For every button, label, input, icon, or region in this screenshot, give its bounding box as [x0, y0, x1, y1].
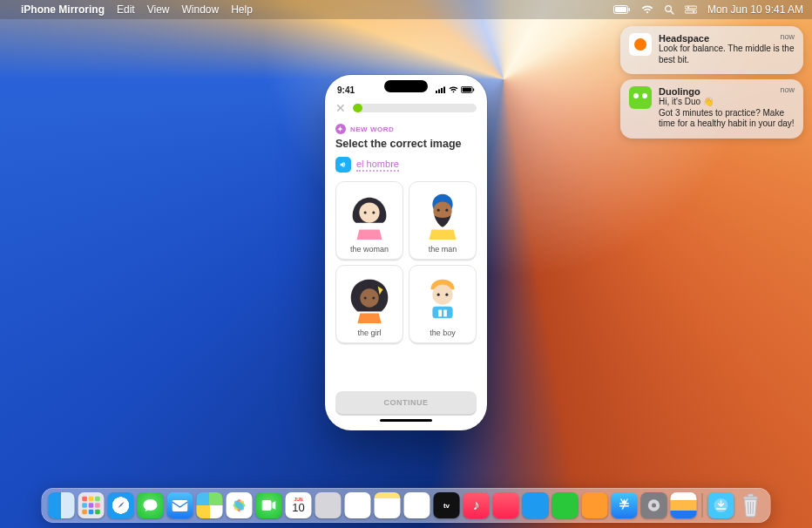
continue-button[interactable]: CONTINUE: [335, 391, 477, 414]
svg-rect-42: [173, 500, 188, 511]
svg-rect-52: [748, 494, 754, 497]
notification-stack: Headspace Look for balance. The middle i…: [620, 26, 803, 139]
svg-rect-39: [89, 510, 94, 515]
cellular-icon: [436, 86, 446, 93]
dock-launchpad[interactable]: [78, 492, 105, 518]
svg-rect-38: [82, 510, 87, 515]
dock-app-store[interactable]: [612, 492, 638, 518]
target-word[interactable]: el hombre: [356, 159, 399, 172]
dock-iphone-mirroring[interactable]: [671, 492, 697, 518]
dock-mail[interactable]: [167, 492, 193, 518]
dock-calendar[interactable]: JUN10: [286, 492, 312, 518]
dock-maps[interactable]: [197, 492, 223, 518]
dock-system-settings[interactable]: [641, 492, 667, 518]
menubar-clock[interactable]: Mon Jun 10 9:41 AM: [707, 3, 803, 16]
dock-reminders[interactable]: [345, 492, 371, 518]
man-illustration: [416, 187, 470, 241]
svg-rect-1: [615, 7, 626, 12]
spotlight-icon[interactable]: [664, 4, 674, 15]
headspace-icon: [629, 33, 652, 56]
wifi-icon: [449, 86, 458, 93]
battery-icon[interactable]: [613, 5, 631, 14]
dock-numbers[interactable]: [552, 492, 579, 518]
svg-rect-32: [82, 497, 87, 502]
dock-freeform[interactable]: [404, 492, 430, 518]
svg-point-24: [364, 296, 367, 299]
dock-safari[interactable]: [108, 492, 134, 518]
dock-contacts[interactable]: [315, 492, 342, 518]
control-center-icon[interactable]: [685, 5, 697, 14]
svg-rect-11: [441, 88, 443, 93]
dock-messages[interactable]: [138, 492, 164, 518]
choice-label: the woman: [350, 245, 389, 254]
menu-edit[interactable]: Edit: [117, 3, 135, 16]
svg-point-18: [372, 212, 375, 214]
notification-body-line2: Got 3 minutes to practice? Make time for…: [659, 108, 795, 130]
svg-rect-2: [628, 8, 630, 11]
dock-tv[interactable]: tv: [434, 492, 460, 518]
boy-illustration: [416, 271, 470, 325]
duolingo-icon: [629, 86, 652, 109]
dock-facetime[interactable]: [256, 492, 282, 518]
wifi-icon[interactable]: [641, 5, 653, 14]
svg-rect-35: [82, 503, 87, 508]
svg-point-16: [359, 202, 379, 222]
svg-rect-15: [473, 88, 474, 91]
svg-point-21: [437, 209, 440, 212]
notification-app-name: Duolingo: [659, 86, 795, 97]
svg-point-49: [652, 504, 656, 508]
notification-headspace[interactable]: Headspace Look for balance. The middle i…: [620, 26, 803, 74]
svg-rect-30: [438, 310, 442, 317]
svg-rect-40: [95, 510, 100, 515]
close-lesson-button[interactable]: ✕: [335, 101, 346, 115]
svg-rect-7: [685, 10, 697, 13]
svg-rect-34: [95, 497, 100, 502]
svg-line-53: [748, 502, 749, 514]
notification-duolingo[interactable]: Duolingo Hi, it's Duo 👋 Got 3 minutes to…: [620, 79, 803, 139]
svg-rect-36: [89, 503, 94, 508]
woman-illustration: [342, 187, 396, 241]
svg-line-4: [671, 11, 673, 14]
dock-music[interactable]: ♪: [464, 492, 490, 518]
dock-trash[interactable]: [738, 492, 764, 518]
iphone-mirror-window[interactable]: 9:41 ✕ ✦ NEW WORD Select the correct ima…: [325, 75, 487, 430]
choice-label: the man: [429, 245, 457, 254]
notification-body-line1: Hi, it's Duo 👋: [659, 97, 795, 108]
svg-point-23: [360, 288, 378, 307]
menubar: iPhone Mirroring Edit View Window Help M…: [0, 0, 812, 19]
dock-separator: [702, 493, 703, 518]
svg-rect-9: [436, 91, 437, 93]
menu-view[interactable]: View: [147, 3, 170, 16]
menu-help[interactable]: Help: [231, 3, 253, 16]
notification-body: Look for balance. The middle is the best…: [659, 44, 795, 65]
choice-the-man[interactable]: the man: [409, 181, 477, 260]
dock-news[interactable]: [493, 492, 519, 518]
dock-finder[interactable]: [49, 492, 75, 518]
home-indicator[interactable]: [380, 419, 432, 422]
instruction-text: Select the correct image: [335, 138, 477, 150]
dock-pages[interactable]: [582, 492, 608, 518]
play-audio-button[interactable]: [335, 157, 351, 173]
choice-the-boy[interactable]: the boy: [409, 265, 477, 343]
svg-point-27: [437, 294, 440, 296]
dock-downloads[interactable]: [708, 492, 734, 518]
svg-point-26: [432, 285, 452, 305]
app-menu[interactable]: iPhone Mirroring: [21, 3, 105, 16]
dock: JUN10tv♪: [42, 488, 771, 523]
svg-point-17: [364, 212, 367, 214]
choice-the-girl[interactable]: the girl: [335, 265, 403, 343]
desktop: iPhone Mirroring Edit View Window Help M…: [0, 0, 812, 528]
svg-rect-14: [463, 88, 471, 92]
svg-rect-29: [432, 307, 452, 319]
dock-notes[interactable]: [375, 492, 401, 518]
choice-the-woman[interactable]: the woman: [335, 181, 403, 260]
dock-keynote[interactable]: [523, 492, 549, 518]
svg-point-8: [693, 11, 694, 13]
battery-icon: [461, 86, 475, 93]
dock-photos[interactable]: [227, 492, 253, 518]
svg-rect-47: [262, 500, 272, 511]
svg-rect-5: [685, 6, 697, 9]
menu-window[interactable]: Window: [181, 3, 219, 16]
new-word-icon: ✦: [335, 124, 346, 134]
svg-point-22: [445, 209, 448, 212]
